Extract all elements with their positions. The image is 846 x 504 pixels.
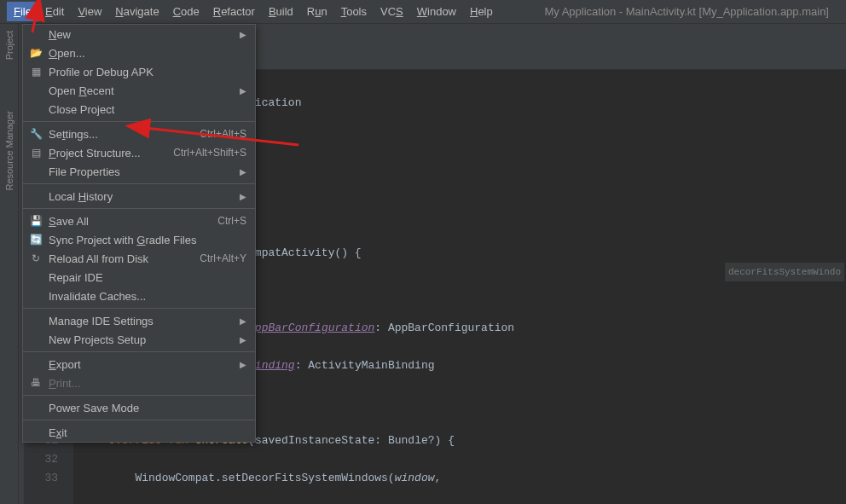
menu-separator [23,308,255,309]
blank-icon [28,27,43,41]
menu-project-structure[interactable]: ▤Project Structure...Ctrl+Alt+Shift+S [23,143,255,162]
menu-view[interactable]: View [71,2,108,21]
menu-export[interactable]: Export▶ [23,355,255,374]
menu-code[interactable]: Code [166,2,206,21]
wrench-icon: 🔧 [28,127,43,141]
chevron-right-icon: ▶ [240,316,246,326]
structure-icon: ▤ [28,146,43,159]
menu-new-projects-setup[interactable]: New Projects Setup▶ [23,330,255,349]
chevron-right-icon: ▶ [240,167,246,177]
menu-file-properties[interactable]: File Properties▶ [23,162,255,181]
menu-build[interactable]: Build [262,2,300,21]
menu-repair-ide[interactable]: Repair IDE [23,268,255,287]
menu-manage-ide-settings[interactable]: Manage IDE Settings▶ [23,311,255,330]
menu-separator [23,351,255,352]
menu-vcs[interactable]: VCS [374,2,410,21]
save-icon: 💾 [28,214,43,228]
menu-sync-gradle[interactable]: 🔄Sync Project with Gradle Files [23,230,255,249]
menu-tools[interactable]: Tools [334,2,374,21]
menu-new[interactable]: New▶ [23,25,255,43]
menu-save-all[interactable]: 💾Save AllCtrl+S [23,211,255,230]
menu-profile-apk[interactable]: ▦Profile or Debug APK [23,62,255,81]
menu-window[interactable]: Window [410,2,463,21]
window-title: My Application - MainActivity.kt [My_App… [544,5,839,18]
menubar: File Edit View Navigate Code Refactor Bu… [0,0,846,24]
menu-open-recent[interactable]: Open Recent▶ [23,81,255,100]
menu-invalidate-caches[interactable]: Invalidate Caches... [23,287,255,305]
menu-settings[interactable]: 🔧Settings...Ctrl+Alt+S [23,125,255,143]
menu-separator [23,121,255,122]
chevron-right-icon: ▶ [240,86,246,96]
panel-resource-manager[interactable]: Resource Manager [4,111,14,191]
reload-icon: ↻ [28,252,43,265]
menu-close-project[interactable]: Close Project [23,100,255,119]
menu-navigate[interactable]: Navigate [108,2,165,21]
param-hint: decorFitsSystemWindo [725,263,844,281]
menu-print[interactable]: 🖶Print... [23,374,255,392]
menu-local-history[interactable]: Local History▶ [23,187,255,206]
tool-window-bar: Project Resource Manager [0,24,19,504]
menu-separator [23,395,255,396]
apk-icon: ▦ [28,65,43,78]
folder-open-icon: 📂 [28,46,43,60]
chevron-right-icon: ▶ [240,335,246,345]
sync-icon: 🔄 [28,233,43,246]
menu-help[interactable]: Help [463,2,500,21]
menu-power-save[interactable]: Power Save Mode [23,398,255,417]
menu-separator [23,208,255,209]
menu-open[interactable]: 📂Open... [23,43,255,62]
panel-project[interactable]: Project [4,31,14,60]
menu-run[interactable]: Run [300,2,334,21]
chevron-right-icon: ▶ [240,30,246,39]
menu-separator [23,420,255,420]
menu-reload-disk[interactable]: ↻Reload All from DiskCtrl+Alt+Y [23,249,255,268]
menu-separator [23,183,255,184]
menu-edit[interactable]: Edit [38,2,71,21]
print-icon: 🖶 [28,376,43,390]
menu-refactor[interactable]: Refactor [206,2,262,21]
menu-exit[interactable]: Exit [23,423,255,442]
chevron-right-icon: ▶ [240,192,246,201]
menu-file[interactable]: File [7,2,38,21]
chevron-right-icon: ▶ [240,360,246,369]
file-menu-dropdown: New▶ 📂Open... ▦Profile or Debug APK Open… [22,24,256,443]
